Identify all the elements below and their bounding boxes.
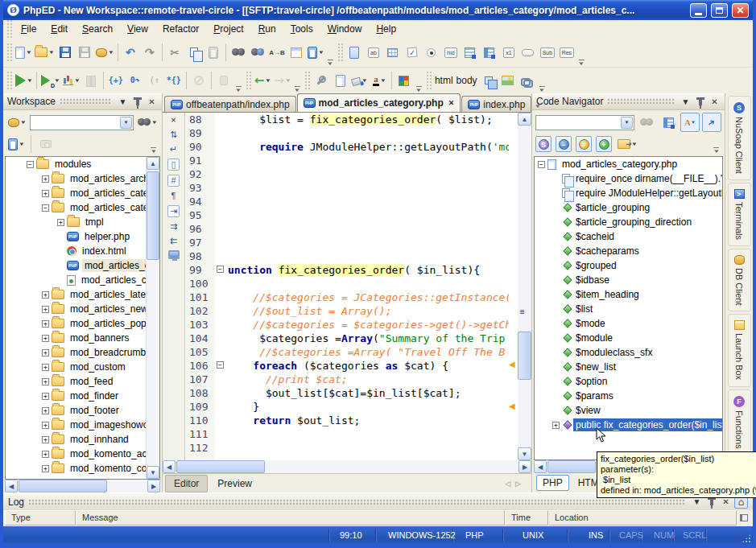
- expand-icon[interactable]: +: [42, 335, 49, 342]
- palette-button[interactable]: [395, 71, 414, 90]
- code-line[interactable]: 104 $categories =Array("Summary of the T…: [185, 332, 509, 345]
- menu-help[interactable]: Help: [369, 21, 403, 37]
- code-line[interactable]: 98: [185, 249, 509, 263]
- run-debugger-button[interactable]: D▼: [39, 71, 61, 90]
- code-line[interactable]: 105 //$categories =Array( "Travel Off Th…: [185, 345, 509, 359]
- insert-hidden-button[interactable]: hid: [441, 43, 461, 62]
- expand-icon[interactable]: +: [42, 378, 49, 385]
- expand-icon[interactable]: +: [42, 451, 49, 458]
- whitespace-icon[interactable]: ⇥: [167, 205, 180, 217]
- mode-tab-scroll[interactable]: ◁▷: [505, 480, 529, 488]
- menu-grip[interactable]: [6, 19, 12, 39]
- insert-password-button[interactable]: x1: [499, 43, 518, 62]
- restore-button[interactable]: [711, 3, 728, 18]
- code-line[interactable]: 103 //$categories = $categories->get()->…: [185, 318, 509, 332]
- expand-icon[interactable]: +: [42, 349, 49, 356]
- tree-item[interactable]: require JModuleHelper::getLayoutPa: [535, 186, 722, 200]
- log-column-message[interactable]: Message: [76, 510, 505, 525]
- code-line[interactable]: 92: [185, 167, 509, 181]
- save-to-db-button[interactable]: ▼: [94, 43, 115, 62]
- browser-preview-icon[interactable]: [167, 250, 180, 262]
- tree-item[interactable]: PHPhelper.php: [6, 229, 159, 244]
- minimize-button[interactable]: [690, 3, 707, 18]
- insert-text-field-button[interactable]: ab: [364, 43, 383, 62]
- toolbar-grip[interactable]: [246, 71, 251, 90]
- navigator-find-button[interactable]: [637, 113, 656, 132]
- editor-tab[interactable]: PHPindex.php: [461, 96, 531, 112]
- title-bar[interactable]: Ø PhpED - New Workspace::remote-travel-c…: [3, 0, 753, 20]
- expand-icon[interactable]: +: [42, 422, 49, 429]
- expand-icon[interactable]: +: [42, 291, 49, 299]
- toolbar-options-button[interactable]: ▼: [236, 86, 242, 93]
- navigate-forward-button[interactable]: →▼: [272, 71, 292, 90]
- tree-item[interactable]: $cacheparams: [535, 244, 722, 258]
- navigator-pin-button[interactable]: [694, 96, 706, 108]
- navigator-drag-texture[interactable]: [608, 98, 675, 105]
- tab-close-icon[interactable]: ✕: [448, 99, 455, 107]
- step-over-button[interactable]: 0↷: [126, 71, 145, 90]
- code-line[interactable]: 99−unction fix_categories_order( $in_lis…: [185, 263, 509, 277]
- tree-item[interactable]: $idbase: [535, 273, 722, 287]
- tree-item[interactable]: $cacheid: [535, 229, 722, 244]
- close-pane-icon[interactable]: ×: [167, 115, 180, 126]
- expand-icon[interactable]: +: [42, 306, 49, 313]
- tree-item[interactable]: require_once dirname(__FILE__)."/h: [535, 171, 722, 186]
- workspace-vscrollbar[interactable]: ▲▼: [146, 157, 159, 479]
- menu-tools[interactable]: Tools: [283, 21, 320, 37]
- workspace-close-button[interactable]: ✕: [146, 96, 158, 108]
- word-wrap-icon[interactable]: ↵: [167, 144, 180, 155]
- scroll-right-icon[interactable]: ▶: [518, 460, 531, 473]
- code-line[interactable]: 100: [185, 277, 509, 290]
- scroll-up-icon[interactable]: ▲: [147, 157, 159, 170]
- log-column-location[interactable]: Location: [548, 510, 737, 525]
- scroll-down-icon[interactable]: ▼: [518, 447, 531, 460]
- insert-listbox-button[interactable]: [461, 43, 480, 62]
- step-out-button[interactable]: (↑: [145, 71, 164, 90]
- tree-item[interactable]: index.html: [6, 244, 159, 258]
- code-editor[interactable]: 88 $list = fix_categories_order( $list);…: [185, 113, 509, 460]
- margin-icon[interactable]: ▯: [167, 159, 180, 171]
- menu-refactor[interactable]: Refactor: [155, 21, 206, 37]
- tree-item[interactable]: +mod_feed: [6, 374, 159, 389]
- expand-icon[interactable]: +: [42, 364, 49, 371]
- tree-item[interactable]: $params: [535, 389, 722, 403]
- code-line[interactable]: 101 //$categories = JCategories::getInst…: [185, 290, 509, 304]
- toolbar-options-button[interactable]: ▼: [539, 86, 545, 93]
- tree-item[interactable]: $moduleclass_sfx: [535, 345, 722, 360]
- line-numbers-icon[interactable]: #: [167, 175, 180, 187]
- tree-item[interactable]: −modules: [6, 157, 159, 171]
- navigator-close-button[interactable]: ✕: [708, 96, 721, 108]
- pause-button[interactable]: [81, 71, 101, 90]
- save-all-button[interactable]: [75, 43, 94, 62]
- scroll-thumb[interactable]: [547, 460, 596, 473]
- public-filter-button[interactable]: +: [596, 136, 612, 152]
- expand-icon[interactable]: +: [42, 465, 49, 472]
- code-line[interactable]: 91: [185, 154, 509, 167]
- tree-item[interactable]: $view: [535, 403, 722, 418]
- insert-form-button[interactable]: [345, 43, 364, 62]
- menu-edit[interactable]: Edit: [43, 21, 75, 37]
- undo-button[interactable]: ↶: [121, 43, 140, 62]
- tree-item[interactable]: +mod_articles_arch: [6, 171, 159, 186]
- editor-tab[interactable]: PHPoffbeatenpath/index.php: [164, 96, 296, 112]
- menu-project[interactable]: Project: [206, 21, 250, 37]
- code-line[interactable]: 102 //$out_list = Array();: [185, 304, 509, 318]
- expand-icon[interactable]: +: [42, 407, 49, 414]
- indent-icon[interactable]: ⇉: [167, 221, 180, 232]
- toolbar-grip[interactable]: [426, 71, 432, 90]
- log-column-type[interactable]: Type: [5, 510, 76, 525]
- code-line[interactable]: 95: [185, 208, 509, 222]
- toolbar-grip[interactable]: [6, 43, 12, 62]
- tab-list-button[interactable]: ▼: [535, 102, 540, 109]
- collapse-icon[interactable]: −: [42, 204, 49, 212]
- insert-link-button[interactable]: [518, 71, 537, 90]
- editor-hscrollbar[interactable]: ◀ ▶: [163, 460, 531, 473]
- scroll-left-icon[interactable]: ◀: [534, 460, 547, 473]
- step-in-button[interactable]: {+}: [106, 71, 126, 90]
- split-editor-icon[interactable]: ⇅: [167, 130, 180, 140]
- insert-submit-button[interactable]: Sub: [538, 43, 557, 62]
- toolbar-options-button[interactable]: ▼: [416, 86, 422, 93]
- navigator-follow-button[interactable]: ➔: [702, 113, 721, 132]
- constants-filter-button[interactable]: #: [576, 136, 592, 152]
- new-file-button[interactable]: ▼: [14, 43, 33, 62]
